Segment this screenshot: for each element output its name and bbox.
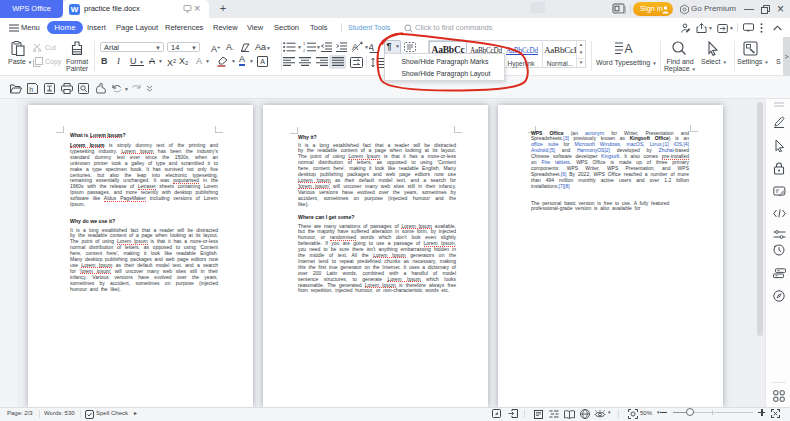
svg-text:2: 2 <box>303 48 306 53</box>
svg-text:1: 1 <box>303 42 306 46</box>
svg-text:A: A <box>369 42 376 53</box>
svg-text:h: h <box>29 86 33 93</box>
svg-text:A: A <box>625 42 633 55</box>
